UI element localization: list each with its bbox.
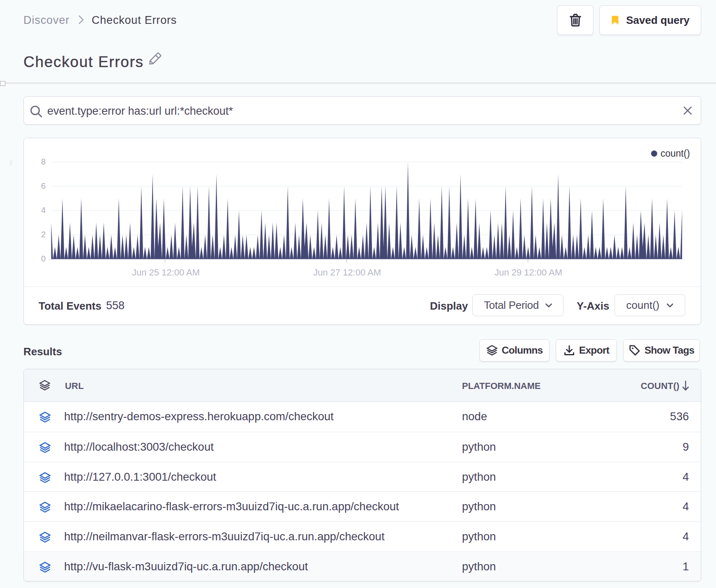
svg-text:2: 2 — [41, 230, 46, 239]
svg-text:6: 6 — [41, 181, 46, 190]
svg-text:4: 4 — [41, 206, 46, 215]
svg-text:8: 8 — [41, 157, 46, 166]
svg-text:0: 0 — [41, 254, 46, 263]
